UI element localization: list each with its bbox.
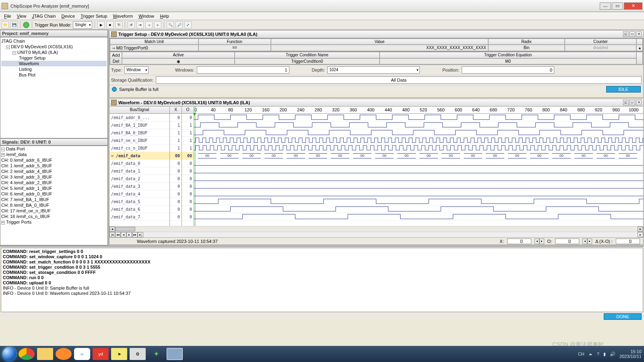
position-input[interactable] xyxy=(462,66,554,74)
o-prev-icon[interactable]: ◂ xyxy=(582,239,587,244)
waveform-lane[interactable] xyxy=(194,183,643,190)
goto-icon[interactable]: ⇥ xyxy=(136,21,144,29)
signal-row[interactable]: /emif_addr_0_... xyxy=(109,114,169,121)
prev-icon[interactable]: ◃ xyxy=(145,21,153,29)
signal-channel[interactable]: CH: 3 /emif_addr_3_IBUF xyxy=(0,174,107,180)
panel-close-icon[interactable]: ✕ xyxy=(636,100,642,105)
waveform-plot[interactable]: 0408012016020024028032036040044048052056… xyxy=(194,107,643,226)
waveform-lane[interactable] xyxy=(194,213,643,221)
signal-channel[interactable]: CH: 5 /emif_addr_1_IBUF xyxy=(0,185,107,191)
menu-trigger-setup[interactable]: Trigger Setup xyxy=(78,13,109,19)
maximize-button[interactable]: ▭ xyxy=(612,2,623,10)
signal-channel[interactable]: CH: 6 /emif_addr_0_IBUF xyxy=(0,191,107,197)
waveform-lane[interactable] xyxy=(194,114,643,121)
type-select[interactable]: Window xyxy=(124,66,149,74)
signal-row[interactable]: /emif_data_1 xyxy=(109,167,169,175)
zoom-out-icon[interactable]: 🔎 xyxy=(175,21,183,29)
o-value[interactable]: 0 xyxy=(555,239,579,244)
emif-data-node[interactable]: +/emif_data xyxy=(0,152,107,157)
scroll-up-icon[interactable]: ▴ xyxy=(636,45,643,51)
menu-window[interactable]: Window xyxy=(136,13,157,19)
x-value[interactable]: 0 xyxy=(507,239,531,244)
cond-eq-cell[interactable]: M0 xyxy=(380,58,636,65)
waveform-lane[interactable] xyxy=(194,198,643,206)
signals-tree[interactable]: −Data Port +/emif_data CH: 0 /emif_addr_… xyxy=(0,146,108,245)
trigger-ports-node[interactable]: +Trigger Ports xyxy=(0,219,107,225)
project-node-bus-plot[interactable]: Bus Plot xyxy=(1,72,107,78)
next-icon[interactable]: ▹ xyxy=(154,21,161,29)
device-node[interactable]: −DEV:0 MyDevice0 (XC6SLX16) xyxy=(1,44,107,49)
function-cell[interactable]: == xyxy=(198,45,271,51)
signal-row[interactable]: /emif_cs_n_IBUF xyxy=(109,144,169,152)
taskbar[interactable]: ∞ yd ➤ ⚙ ✦ CH ⏶ ? ▮ 🔊 15:102023/10/11 xyxy=(0,346,644,362)
volume-icon[interactable]: 🔊 xyxy=(610,352,615,357)
horizontal-splitter[interactable] xyxy=(0,245,644,247)
radix-cell[interactable]: Bin xyxy=(488,45,565,51)
dict-icon[interactable]: yd xyxy=(93,348,109,360)
media-icon[interactable] xyxy=(56,348,72,360)
signal-row[interactable]: /emif_data_4 xyxy=(109,190,169,198)
waveform-lane[interactable] xyxy=(194,206,643,213)
trigger-run-mode-select[interactable]: Single xyxy=(73,21,92,29)
arrow-icon[interactable]: ➤ xyxy=(111,348,127,360)
time-ruler[interactable]: 0408012016020024028032036040044048052056… xyxy=(194,107,643,114)
panel-max-icon[interactable]: ▭ xyxy=(630,31,635,37)
waveform-lane[interactable] xyxy=(194,160,643,167)
project-node-waveform[interactable]: Waveform xyxy=(1,61,107,66)
active-radio[interactable]: ◉ xyxy=(122,58,235,65)
chipscope-taskbar-icon[interactable] xyxy=(167,348,183,360)
menu-file[interactable]: File xyxy=(2,13,14,19)
ime-indicator[interactable]: CH xyxy=(578,352,584,356)
signal-row[interactable]: ⊸ /emif_data xyxy=(109,152,169,160)
signal-row[interactable]: /emif_data_7 xyxy=(109,213,169,221)
x-next-icon[interactable]: ▸ xyxy=(539,239,544,244)
depth-select[interactable]: 1024 xyxy=(327,66,420,74)
menu-jtag-chain[interactable]: JTAG Chain xyxy=(29,13,58,19)
panel-close-icon[interactable]: ✕ xyxy=(636,31,642,37)
waveform-lane[interactable] xyxy=(194,167,643,175)
cloud-icon[interactable]: ∞ xyxy=(74,348,90,360)
signal-channel[interactable]: CH: 2 /emif_addr_4_IBUF xyxy=(0,169,107,174)
waveform-nav[interactable]: |◂◂◂◂▸▸▸▸|▸ xyxy=(109,232,643,237)
project-node-trigger-setup[interactable]: Trigger Setup xyxy=(1,55,107,61)
menu-device[interactable]: Device xyxy=(59,13,78,19)
waveform-lane[interactable]: 0000000000000000000000000000000000000000 xyxy=(194,152,643,160)
waveform-lane[interactable] xyxy=(194,137,643,144)
panel-max-icon[interactable]: ▭ xyxy=(630,100,635,105)
signal-row[interactable]: /emif_data_3 xyxy=(109,183,169,190)
start-button[interactable] xyxy=(2,347,16,361)
t-button[interactable]: T! xyxy=(115,21,122,29)
network-icon[interactable]: ▮ xyxy=(603,352,606,357)
minimize-button[interactable]: — xyxy=(600,2,611,10)
waveform-lane[interactable] xyxy=(194,144,643,152)
stop-icon[interactable]: ■ xyxy=(106,21,114,29)
panel-dock-icon[interactable]: ◱ xyxy=(623,31,629,37)
help-icon[interactable]: ? xyxy=(597,352,599,356)
match-unit-cell[interactable]: ⊸ M0:TriggerPort0 xyxy=(110,45,198,51)
explorer-icon[interactable] xyxy=(37,348,53,360)
reset-icon[interactable]: ↺ xyxy=(128,21,135,29)
signal-row[interactable]: /emif_data_2 xyxy=(109,175,169,183)
gear-app-icon[interactable]: ⚙ xyxy=(130,348,146,360)
storage-input[interactable] xyxy=(156,76,642,84)
waveform-lane[interactable] xyxy=(194,175,643,183)
signal-channel[interactable]: CH: 4 /emif_addr_2_IBUF xyxy=(0,180,107,185)
signal-channel[interactable]: CH: 7 /emif_BA_1_IBUF xyxy=(0,197,107,202)
project-node-listing[interactable]: Listing xyxy=(1,66,107,72)
name-hscroll[interactable]: ◂▸ xyxy=(109,226,643,232)
x-prev-icon[interactable]: ◂ xyxy=(535,239,539,244)
signal-row[interactable]: /emif_oe_n_IBUF xyxy=(109,137,169,144)
value-cell[interactable]: XXX_XXXX_XXXX_XXXX_XXXX xyxy=(271,45,488,51)
del-button[interactable]: Del xyxy=(110,58,122,64)
fit-icon[interactable]: ⤢ xyxy=(184,21,192,29)
signal-row[interactable]: /emif_data_6 xyxy=(109,206,169,213)
menu-waveform[interactable]: Waveform xyxy=(110,13,135,19)
o-next-icon[interactable]: ▸ xyxy=(587,239,592,244)
console-log[interactable]: COMMAND: reset_trigger_settings 0 0COMMA… xyxy=(1,248,643,312)
panel-dock-icon[interactable]: ◱ xyxy=(623,100,629,105)
signal-channel[interactable]: CH: 17 /emif_oe_n_IBUF xyxy=(0,208,107,214)
open-icon[interactable]: 📁 xyxy=(2,21,9,29)
clock-time[interactable]: 15:10 xyxy=(630,349,642,354)
signal-row[interactable]: /emif_BA_1_IBUF xyxy=(109,121,169,129)
signal-row[interactable]: /emif_BA_0_IBUF xyxy=(109,129,169,137)
